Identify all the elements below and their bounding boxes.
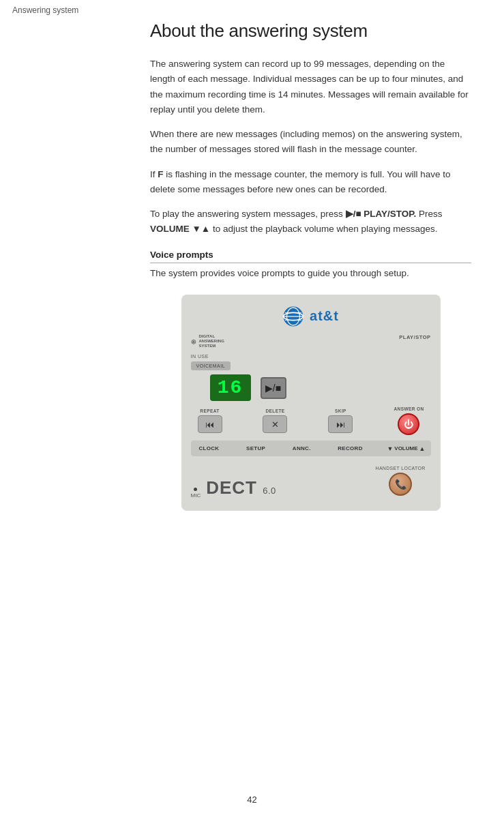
right-panel: PLAY/STOP [399, 334, 430, 340]
header-label: Answering system [12, 5, 78, 15]
dect-label: DECT 6.0 [206, 477, 276, 499]
device-image: at&t ⎈ DIGITALANSWERINGSYSTEM IN USE VOI… [150, 295, 471, 511]
play-stop-button[interactable]: ▶/■ [261, 377, 286, 399]
top-row: ⎈ DIGITALANSWERINGSYSTEM IN USE VOICEMAI… [191, 334, 431, 371]
digit-display: 16 [210, 374, 251, 401]
device-body: at&t ⎈ DIGITALANSWERINGSYSTEM IN USE VOI… [181, 295, 441, 511]
volume-up-arrow: ▲ [419, 445, 426, 452]
section-heading: Voice prompts [150, 250, 471, 263]
paragraph-2: When there are new messages (including m… [150, 127, 471, 158]
answer-on-label: ANSWER ON [394, 406, 424, 411]
page-header: Answering system [12, 5, 78, 15]
answer-on-group: ANSWER ON ⏻ [394, 406, 424, 435]
delete-button[interactable]: ✕ [263, 415, 287, 433]
setup-button[interactable]: SETUP [243, 444, 268, 453]
bottom-left: MIC DECT 6.0 [191, 477, 276, 499]
skip-group: SKIP ⏭ [328, 409, 353, 433]
page-title: About the answering system [150, 20, 471, 42]
page-number: 42 [247, 794, 256, 805]
in-use-label: IN USE [191, 354, 209, 359]
mic-label: MIC [191, 488, 201, 499]
volume-group: ▼ VOLUME ▲ [387, 445, 425, 452]
answer-on-button[interactable]: ⏻ [398, 413, 419, 435]
att-logo-icon [282, 306, 304, 327]
repeat-group: REPEAT ⏮ [198, 409, 222, 433]
att-logo-area: at&t [191, 306, 431, 327]
record-button[interactable]: RECORD [335, 444, 365, 453]
repeat-label: REPEAT [200, 409, 219, 413]
handset-locator-label: HANDSET LOCATOR [376, 466, 426, 471]
voicemail-button[interactable]: VOICEMAIL [191, 361, 231, 370]
left-panel: ⎈ DIGITALANSWERINGSYSTEM IN USE VOICEMAI… [191, 334, 231, 371]
function-row: CLOCK SETUP ANNC. RECORD ▼ VOLUME ▲ [191, 441, 431, 456]
delete-label: DELETE [265, 409, 284, 413]
paragraph-4: To play the answering system messages, p… [150, 207, 471, 237]
paragraph-1: The answering system can record up to 99… [150, 57, 471, 117]
cassette-icon: ⎈ [191, 336, 196, 346]
annc-button[interactable]: ANNC. [290, 444, 314, 453]
clock-button[interactable]: CLOCK [196, 444, 222, 453]
volume-down-arrow: ▼ [387, 445, 393, 452]
handset-locator-group: HANDSET LOCATOR 📞 [376, 466, 426, 496]
skip-label: SKIP [335, 409, 346, 413]
handset-locator-button[interactable]: 📞 [389, 473, 412, 496]
play-stop-label: PLAY/STOP [399, 334, 430, 340]
controls-row: REPEAT ⏮ DELETE ✕ SKIP ⏭ ANSWER ON ⏻ [191, 406, 431, 435]
brand-name: at&t [310, 308, 339, 324]
skip-button[interactable]: ⏭ [328, 415, 353, 433]
display-row: 16 ▶/■ [210, 374, 431, 401]
delete-group: DELETE ✕ [263, 409, 287, 433]
paragraph-3: If F is flashing in the message counter,… [150, 167, 471, 198]
main-content: About the answering system The answering… [0, 0, 504, 552]
mic-dot [194, 488, 197, 491]
section-text: The system provides voice prompts to gui… [150, 266, 471, 281]
volume-label: VOLUME [394, 445, 417, 451]
das-label: DIGITALANSWERINGSYSTEM [199, 334, 224, 349]
das-badge: ⎈ DIGITALANSWERINGSYSTEM [191, 334, 224, 349]
repeat-button[interactable]: ⏮ [198, 415, 222, 433]
